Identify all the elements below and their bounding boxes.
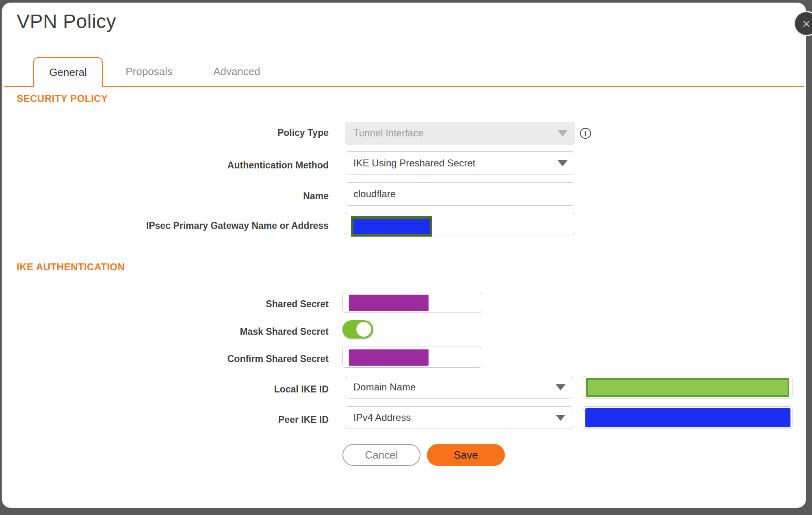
chevron-down-icon [558,130,567,136]
save-button[interactable]: Save [427,444,505,466]
local-ike-id-value-input[interactable] [583,376,793,399]
tab-proposals[interactable]: Proposals [108,57,190,86]
peer-ike-id-select[interactable]: IPv4 Address [345,406,573,429]
auth-method-label: Authentication Method [2,160,329,171]
confirm-shared-secret-input[interactable] [342,347,482,368]
chevron-down-icon [558,160,567,166]
chevron-down-icon [556,384,565,390]
tab-advanced[interactable]: Advanced [196,57,277,86]
tab-proposals-label: Proposals [126,65,173,78]
cancel-button-label: Cancel [365,449,398,461]
confirm-shared-secret-label: Confirm Shared Secret [2,353,329,364]
chevron-down-icon [556,415,565,421]
info-icon[interactable]: i [580,128,591,139]
mask-shared-secret-label: Mask Shared Secret [2,326,329,337]
shared-secret-input[interactable] [342,292,482,313]
page-title: VPN Policy [17,10,116,32]
policy-type-select: Tunnel Interface [345,122,575,144]
name-input[interactable]: cloudflare [345,182,575,206]
confirm-shared-secret-redaction [349,349,429,366]
tab-general-label: General [49,66,87,79]
auth-method-value: IKE Using Preshared Secret [353,157,475,169]
section-heading-security-policy: SECURITY POLICY [17,93,108,104]
gateway-redaction [351,216,432,237]
local-ike-id-value: Domain Name [353,381,416,393]
tab-general[interactable]: General [33,57,103,87]
toggle-knob [356,322,371,337]
auth-method-select[interactable]: IKE Using Preshared Secret [345,151,575,175]
shared-secret-label: Shared Secret [2,299,329,310]
section-heading-ike-authentication: IKE AUTHENTICATION [17,261,125,273]
tab-underline [4,86,804,87]
policy-type-value: Tunnel Interface [353,127,424,139]
vpn-policy-dialog: VPN Policy General Proposals Advanced SE… [2,2,806,508]
peer-ike-id-redaction [585,408,790,427]
cancel-button[interactable]: Cancel [342,444,420,466]
local-ike-id-select[interactable]: Domain Name [345,376,573,399]
local-ike-id-label: Local IKE ID [2,384,329,395]
policy-type-label: Policy Type [2,127,329,138]
name-value: cloudflare [353,188,396,200]
mask-shared-secret-toggle[interactable] [342,320,373,338]
tab-advanced-label: Advanced [213,65,260,78]
gateway-label: IPsec Primary Gateway Name or Address [2,220,329,231]
name-label: Name [2,191,329,202]
peer-ike-id-value: IPv4 Address [353,412,411,423]
shared-secret-redaction [349,295,429,311]
peer-ike-id-value-input[interactable] [583,406,793,429]
local-ike-id-redaction [586,378,789,397]
save-button-label: Save [454,449,478,461]
peer-ike-id-label: Peer IKE ID [2,414,329,425]
gateway-input[interactable] [345,212,575,235]
